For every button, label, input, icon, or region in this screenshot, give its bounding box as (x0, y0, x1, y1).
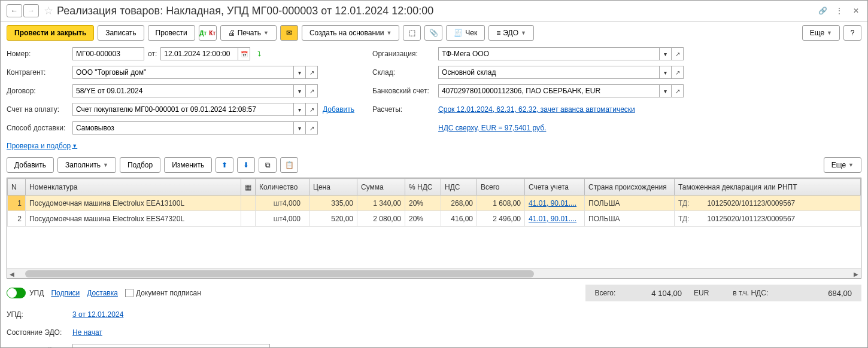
number-input[interactable] (72, 47, 144, 60)
upd-doc-link[interactable]: 3 от 12.01.2024 (72, 310, 123, 319)
open-icon[interactable]: ↗ (672, 84, 684, 97)
cell-total: 1 608,00 (477, 196, 525, 211)
more-button[interactable]: Еще▼ (802, 25, 840, 41)
move-up-button[interactable]: ⬆ (216, 157, 233, 173)
delivery-link[interactable]: Доставка (87, 289, 118, 297)
calc-label: Расчеты: (372, 105, 438, 114)
add-invoice-link[interactable]: Добавить (323, 105, 354, 114)
copy-button[interactable]: ⧉ (259, 157, 277, 173)
dropdown-icon[interactable]: ▾ (294, 84, 306, 97)
signatures-link[interactable]: Подписи (51, 289, 80, 297)
titlebar: ← → ☆ Реализация товаров: Накладная, УПД… (1, 1, 867, 22)
dtКт-button[interactable]: ДтКт (199, 25, 217, 41)
table-row[interactable]: 2Посудомоечная машина Electrolux EES4732… (8, 211, 861, 227)
signed-label: Документ подписан (136, 289, 201, 297)
check-select-link[interactable]: Проверка и подбор▼ (7, 142, 77, 150)
org-input[interactable] (438, 47, 660, 60)
cell-country: ПОЛЬША (585, 211, 675, 227)
h-scrollbar[interactable]: ◀ ▶ (7, 268, 861, 278)
dropdown-icon[interactable]: ▾ (294, 103, 306, 116)
move-down-button[interactable]: ⬇ (237, 157, 255, 173)
table-row[interactable]: 1Посудомоечная машина Electrolux EEA1310… (8, 196, 861, 211)
vat-label: в т.ч. НДС: (733, 289, 768, 297)
vat-link[interactable]: НДС сверху, EUR = 97,5401 руб. (438, 124, 546, 132)
col-vat[interactable]: НДС (441, 179, 477, 196)
attach-button[interactable]: 📎 (424, 25, 442, 41)
table-more-button[interactable]: Еще▼ (824, 157, 861, 173)
open-icon[interactable]: ↗ (306, 103, 318, 116)
add-row-button[interactable]: Добавить (7, 157, 54, 173)
cell-vat-rate: 20% (405, 196, 441, 211)
link-icon[interactable]: 🔗 (817, 5, 828, 16)
org-label: Организация: (372, 50, 438, 58)
col-barcode-icon[interactable]: ▦ (241, 179, 256, 196)
select-button[interactable]: Подбор (120, 157, 160, 173)
calendar-icon[interactable]: 📅 (238, 47, 250, 60)
fill-button[interactable]: Заполнить▼ (57, 157, 116, 173)
col-total[interactable]: Всего (477, 179, 525, 196)
cell-accounts[interactable]: 41.01, 90.01.... (525, 211, 585, 227)
bank-input[interactable] (438, 84, 660, 97)
edo-icon: ≡ (496, 29, 500, 37)
counterparty-label: Контрагент: (7, 68, 72, 77)
calc-link[interactable]: Срок 12.01.2024, 62.31, 62.32, зачет ава… (438, 105, 635, 114)
currency: EUR (694, 289, 709, 297)
edo-state-label: Состояние ЭДО: (7, 328, 72, 337)
forward-button[interactable]: → (23, 4, 39, 17)
dropdown-icon[interactable]: ▾ (660, 47, 672, 60)
cell-name: Посудомоечная машина Electrolux EES47320… (26, 211, 241, 227)
dropdown-icon[interactable]: ▾ (294, 66, 306, 79)
dropdown-icon[interactable]: ▾ (660, 84, 672, 97)
post-button[interactable]: Провести (148, 25, 195, 41)
open-icon[interactable]: ↗ (672, 66, 684, 79)
col-sum[interactable]: Сумма (357, 179, 405, 196)
col-n[interactable]: N (8, 179, 26, 196)
delivery-input[interactable] (72, 121, 294, 135)
cell-vat-rate: 20% (405, 211, 441, 227)
back-button[interactable]: ← (7, 4, 22, 17)
warehouse-input[interactable] (438, 66, 660, 79)
cell-accounts[interactable]: 41.01, 90.01.... (525, 196, 585, 211)
dropdown-icon[interactable]: ▾ (294, 121, 306, 135)
date-input[interactable] (160, 47, 238, 60)
open-icon[interactable]: ↗ (306, 84, 318, 97)
paste-button[interactable]: 📋 (280, 157, 298, 173)
edo-button[interactable]: ≡ЭДО▼ (488, 25, 534, 41)
open-icon[interactable]: ↗ (672, 47, 684, 60)
cell-n: 2 (8, 211, 26, 227)
structure-button[interactable]: ⬚ (403, 25, 421, 41)
help-button[interactable]: ? (843, 25, 861, 41)
upd-toggle[interactable] (7, 288, 26, 298)
create-based-button[interactable]: Создать на основании▼ (302, 25, 399, 41)
cell-total: 2 496,00 (477, 211, 525, 227)
cell-n: 1 (8, 196, 26, 211)
mail-button[interactable]: ✉ (280, 25, 298, 41)
col-accounts[interactable]: Счета учета (525, 179, 585, 196)
post-close-button[interactable]: Провести и закрыть (7, 25, 94, 41)
signed-checkbox[interactable] (125, 289, 133, 297)
col-qty[interactable]: Количество (256, 179, 309, 196)
col-country[interactable]: Страна происхождения (585, 179, 675, 196)
open-icon[interactable]: ↗ (306, 121, 318, 135)
print-button[interactable]: 🖨Печать▼ (220, 25, 277, 41)
open-icon[interactable]: ↗ (306, 66, 318, 79)
dropdown-icon[interactable]: ▾ (660, 66, 672, 79)
col-price[interactable]: Цена (309, 179, 357, 196)
comment-input[interactable] (72, 344, 270, 348)
cell-price: 335,00 (309, 196, 357, 211)
delivery-label: Способ доставки: (7, 124, 72, 132)
cheque-button[interactable]: 🧾Чек (446, 25, 485, 41)
col-vat-rate[interactable]: % НДС (405, 179, 441, 196)
close-icon[interactable]: ✕ (851, 5, 861, 16)
col-customs[interactable]: Таможенная декларация или РНПТ (675, 179, 861, 196)
favorite-icon[interactable]: ☆ (44, 4, 53, 17)
edit-button[interactable]: Изменить (164, 157, 212, 173)
col-nomenclature[interactable]: Номенклатура (26, 179, 241, 196)
edo-state-link[interactable]: Не начат (72, 328, 102, 337)
cell-vat: 416,00 (441, 211, 477, 227)
counterparty-input[interactable] (72, 66, 294, 79)
save-button[interactable]: Записать (98, 25, 144, 41)
kebab-icon[interactable]: ⋮ (834, 5, 845, 16)
invoice-input[interactable] (72, 103, 294, 116)
contract-input[interactable] (72, 84, 294, 97)
